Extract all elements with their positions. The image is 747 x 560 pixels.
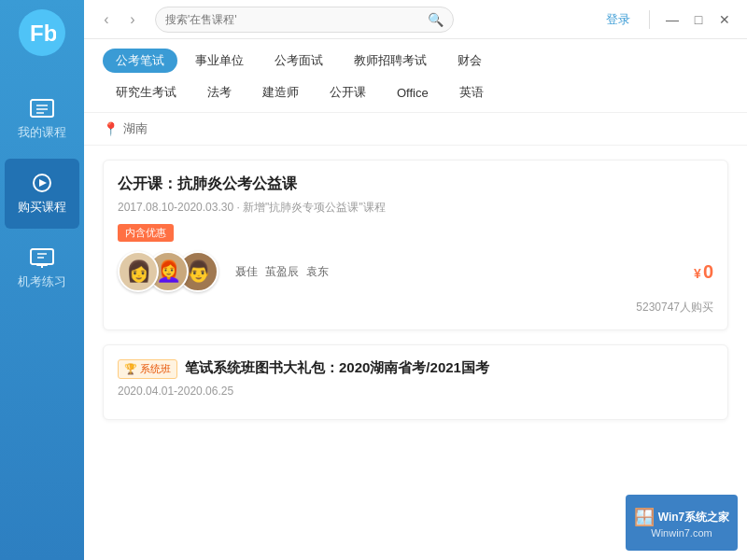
category-row-2: 研究生考试 法考 建造师 公开课 Office 英语 [103,80,728,105]
search-icon: 🔍 [428,12,444,27]
window-controls: — □ ✕ [659,7,738,33]
cat-civil-interview[interactable]: 公考面试 [261,49,336,73]
sidebar-item-buy-course[interactable]: 购买课程 [5,159,79,229]
cat-office[interactable]: Office [384,82,442,104]
location-icon: 📍 [103,121,119,136]
cat-law[interactable]: 法考 [194,80,245,105]
teachers-row-1: 👩 👩‍🦰 👨 聂佳 茧盈辰 袁东 ¥0 [118,251,713,292]
cat-english[interactable]: 英语 [446,80,497,105]
teacher-name-1: 聂佳 [235,264,258,280]
cat-civil-written[interactable]: 公考笔试 [103,49,177,73]
course-card-2[interactable]: 🏆 系统班 笔试系统班图书大礼包：2020湖南省考/2021国考 2020.04… [103,344,728,420]
system-tag-2: 🏆 系统班 [118,359,177,379]
sidebar-item-exam-practice[interactable]: 机考练习 [5,233,79,303]
category-row-1: 公考笔试 事业单位 公考面试 教师招聘考试 财会 [103,49,728,73]
app-logo: Fb [19,9,65,56]
cat-public-institution[interactable]: 事业单位 [182,49,257,73]
category-nav: 公考笔试 事业单位 公考面试 教师招聘考试 财会 研究生考试 法考 建造师 公开… [84,39,747,113]
sidebar-label-my-course: 我的课程 [18,124,66,141]
course-title-row-2: 🏆 系统班 笔试系统班图书大礼包：2020湖南省考/2021国考 [118,359,713,379]
teacher-name-2: 茧盈辰 [265,264,299,280]
location-text: 湖南 [123,120,148,137]
course-price-1: ¥0 [694,261,713,283]
sidebar-label-exam-practice: 机考练习 [18,273,66,290]
svg-rect-7 [31,249,53,264]
course-title-2: 笔试系统班图书大礼包：2020湖南省考/2021国考 [185,359,489,377]
teacher-name-3: 袁东 [306,264,329,280]
titlebar-divider [649,10,650,29]
course-date-2: 2020.04.01-2020.06.25 [118,385,713,398]
location-bar: 📍 湖南 [84,113,747,146]
buy-course-icon [28,172,56,194]
titlebar: ‹ › 🔍 登录 — □ ✕ [84,0,747,39]
svg-rect-8 [36,264,48,266]
forward-button[interactable]: › [120,7,146,33]
teacher-avatar-1: 👩 [118,251,159,292]
content-area: 公开课：抗肺炎公考公益课 2017.08.10-2020.03.30 · 新增"… [84,146,747,560]
course-date-1: 2017.08.10-2020.03.30 · 新增"抗肺炎专项公益课"课程 [118,200,713,216]
sidebar-item-my-course[interactable]: 我的课程 [5,84,79,154]
svg-marker-6 [39,179,47,187]
price-symbol-1: ¥ [694,266,701,281]
cat-builder[interactable]: 建造师 [249,80,312,105]
price-row-1: ¥0 [694,261,713,283]
main-area: ‹ › 🔍 登录 — □ ✕ 公考笔试 事业单位 公考面试 教师招聘考试 财会 … [84,0,747,560]
cat-open-course[interactable]: 公开课 [317,80,379,105]
cat-graduate[interactable]: 研究生考试 [103,80,190,105]
svg-rect-1 [31,100,53,117]
minimize-button[interactable]: — [659,7,685,33]
cat-finance[interactable]: 财会 [444,49,495,73]
restore-button[interactable]: □ [685,7,712,33]
system-tag-icon: 🏆 [124,363,137,375]
svg-text:Fb: Fb [30,21,56,46]
course-title-1: 公开课：抗肺炎公考公益课 [118,175,713,194]
search-bar: 🔍 [155,7,454,33]
exam-practice-icon [28,246,56,269]
purchase-count-1: 5230747人购买 [118,300,713,315]
close-button[interactable]: ✕ [712,7,738,33]
login-button[interactable]: 登录 [592,11,644,28]
course-tag-1: 内含优惠 [118,224,174,242]
back-button[interactable]: ‹ [93,7,120,33]
teacher-names-1: 聂佳 茧盈辰 袁东 [235,264,329,280]
course-card-1[interactable]: 公开课：抗肺炎公考公益课 2017.08.10-2020.03.30 · 新增"… [103,160,728,330]
my-course-icon [28,97,56,119]
sidebar-label-buy-course: 购买课程 [18,199,66,216]
sidebar: Fb 我的课程 购买课程 [0,0,84,560]
search-input[interactable] [165,13,428,26]
cat-teacher-exam[interactable]: 教师招聘考试 [341,49,440,73]
